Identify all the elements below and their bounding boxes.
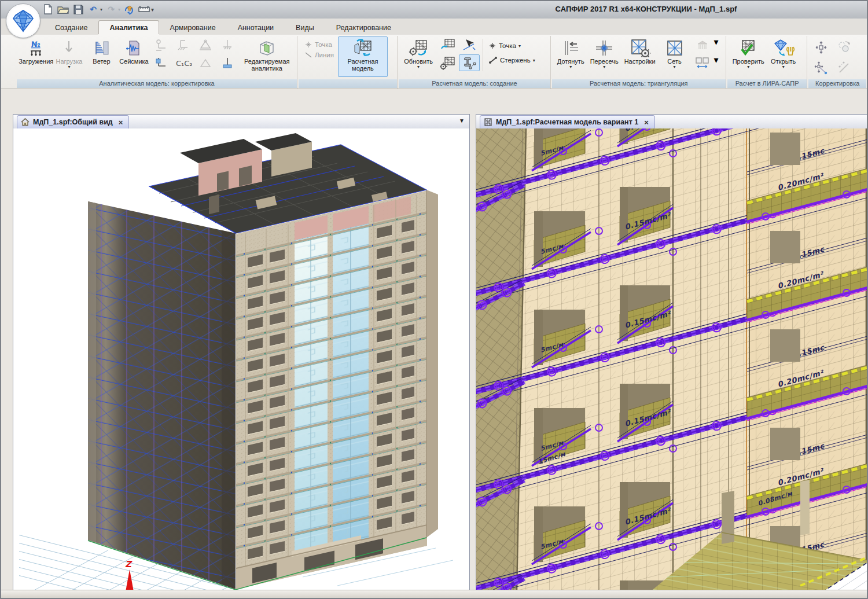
fe-bar-button[interactable]: Стержень▾ xyxy=(486,55,538,65)
close-tab-icon[interactable]: × xyxy=(119,118,123,127)
loadings-icon: № xyxy=(27,38,45,58)
point-icon xyxy=(304,41,312,48)
redo-button[interactable]: ↷ xyxy=(105,3,117,16)
window-general-view: МдП_1.spf:Общий вид × ▼ xyxy=(13,114,470,593)
punch-load-icon[interactable] xyxy=(692,36,713,53)
wind-button[interactable]: Ветер xyxy=(86,36,117,67)
window-calc-model: МдП_1.spf:Расчетная модель вариант 1 × xyxy=(476,114,868,593)
calc-model-icon xyxy=(352,38,373,58)
intersect-icon xyxy=(594,38,614,58)
left-window-tabbar: МдП_1.spf:Общий вид × ▼ xyxy=(13,115,469,129)
right-window-tabbar: МдП_1.spf:Расчетная модель вариант 1 × xyxy=(476,115,867,129)
update-model-button[interactable] xyxy=(123,3,135,16)
app-menu-button[interactable] xyxy=(6,3,41,38)
support-pin-icon[interactable] xyxy=(151,36,172,53)
line-icon xyxy=(304,52,312,58)
tab-sozdanie[interactable]: Создание xyxy=(44,20,98,34)
group-analytic-model: № Загружения Нагрузка ▾ Ветер xyxy=(17,36,297,89)
tab-annotacii[interactable]: Аннотации xyxy=(227,20,285,34)
fe-bar-icon xyxy=(488,56,498,64)
triangulate-settings-icon[interactable] xyxy=(437,54,458,71)
load-button[interactable]: Нагрузка ▾ xyxy=(53,36,84,71)
tab-list-dropdown-icon[interactable]: ▼ xyxy=(459,117,465,124)
tab-calc-model[interactable]: МдП_1.spf:Расчетная модель вариант 1 × xyxy=(480,115,655,128)
stiffness-c1c2-icon[interactable]: C₁C₂ xyxy=(173,54,194,71)
beam-profile-icon[interactable] xyxy=(459,54,480,71)
sapphire-logo-icon xyxy=(11,9,35,32)
quick-access-toolbar: ↶ ▾ ↷ ▾ ▾ xyxy=(42,3,154,16)
tab-label: МдП_1.spf:Расчетная модель вариант 1 xyxy=(496,118,638,126)
refresh-button[interactable]: Обновить ▾ xyxy=(402,36,435,71)
group-calc-model-create: Обновить ▾ Точка▾ xyxy=(399,36,551,89)
fe-point-button[interactable]: Точка▾ xyxy=(486,41,538,50)
svg-text:№: № xyxy=(31,40,41,49)
group-label: Расчетная модель: создание xyxy=(399,79,550,88)
check-model-icon xyxy=(738,38,759,58)
redo-dropdown-icon[interactable]: ▾ xyxy=(118,7,120,12)
triangulation-settings-button[interactable]: Настройки xyxy=(622,36,658,67)
extend-button[interactable]: Дотянуть ▾ xyxy=(555,36,587,71)
support-vert-icon[interactable] xyxy=(217,36,238,53)
editable-analytics-icon xyxy=(257,38,277,58)
svg-text:C₁C₂: C₁C₂ xyxy=(176,59,192,68)
general-view-canvas[interactable]: Z xyxy=(13,128,469,592)
copy-rotate-icon[interactable] xyxy=(835,39,854,56)
building-3d-view: Z xyxy=(13,128,469,592)
undo-dropdown-icon[interactable]: ▾ xyxy=(100,7,102,12)
loadings-button[interactable]: № Загружения xyxy=(20,36,52,67)
update-selected-icon[interactable] xyxy=(437,36,458,53)
toolbar-options-icon[interactable]: ▾ xyxy=(151,6,154,13)
editable-analytics-button[interactable]: Редактируемая аналитика xyxy=(240,36,294,74)
punch-dropdown-icon[interactable]: ▾ xyxy=(714,36,719,53)
support-wall-icon[interactable] xyxy=(151,54,172,71)
measure-button[interactable] xyxy=(138,3,150,16)
calc-model-canvas[interactable]: 5mc/м 0.15mc/m² xyxy=(476,128,867,592)
move-node-icon[interactable] xyxy=(812,59,830,76)
new-file-button[interactable] xyxy=(42,3,54,16)
support-elastic-icon[interactable] xyxy=(217,54,238,71)
select-object-icon[interactable] xyxy=(459,36,480,53)
group-correction: Корректировка xyxy=(808,36,866,89)
intersect-button[interactable]: Пересечь ▾ xyxy=(588,36,621,71)
seismic-button[interactable]: Сейсмика xyxy=(118,36,149,67)
tab-vidy[interactable]: Виды xyxy=(285,20,325,34)
edit-line-icon[interactable] xyxy=(835,59,854,76)
align-dropdown-icon[interactable]: ▾ xyxy=(714,54,719,71)
mdi-workspace: МдП_1.spf:Общий вид × ▼ xyxy=(1,89,867,590)
open-in-lira-button[interactable]: Открыть ▾ xyxy=(768,36,799,71)
open-file-button[interactable] xyxy=(57,3,69,16)
save-button[interactable] xyxy=(72,3,84,16)
undo-button[interactable]: ↶ xyxy=(87,3,100,16)
group-label: Расчет в ЛИРА-САПР xyxy=(727,79,807,88)
check-model-button[interactable]: Проверить ▾ xyxy=(730,36,767,71)
group-label xyxy=(299,79,397,88)
tab-redaktirovanie[interactable]: Редактирование xyxy=(325,20,402,34)
application-window: ↶ ▾ ↷ ▾ ▾ САПФИР 2017 R1 x64-КОНСТРУКЦИИ… xyxy=(0,0,868,599)
align-plates-icon[interactable] xyxy=(692,54,713,71)
group-lira-export: Проверить ▾ Открыть ▾ Расчет в ЛИРА-САПР xyxy=(727,36,808,89)
support-fixed-icon[interactable] xyxy=(173,36,194,53)
line-button[interactable]: Линия xyxy=(302,50,336,60)
load-icon xyxy=(63,38,75,58)
calc-model-button[interactable]: Расчетная модель xyxy=(338,36,388,77)
tab-label: МдП_1.spf:Общий вид xyxy=(33,118,113,126)
tab-general-view[interactable]: МдП_1.spf:Общий вид × xyxy=(17,115,129,128)
group-triangulation: Дотянуть ▾ Пересечь ▾ Настройки xyxy=(552,36,726,89)
point-button[interactable]: Точка xyxy=(302,40,336,49)
support-truss-icon[interactable] xyxy=(195,36,216,53)
group-calc-model-toggle: Точка Линия Расчетная модель xyxy=(299,36,398,89)
fe-point-icon xyxy=(488,42,496,49)
tab-analitika[interactable]: Аналитика xyxy=(98,20,159,34)
extend-icon xyxy=(561,38,580,58)
move-icon[interactable] xyxy=(812,39,830,56)
truss-outline-icon[interactable] xyxy=(195,54,216,71)
group-label: Аналитическая модель: корректировка xyxy=(17,79,297,88)
mesh-button[interactable]: Сеть ▾ xyxy=(659,36,690,71)
mesh-model-icon xyxy=(484,118,492,126)
close-tab-icon[interactable]: × xyxy=(644,118,649,127)
open-in-lira-icon xyxy=(773,38,795,58)
tab-armirovanie[interactable]: Армирование xyxy=(159,20,227,34)
group-label: Корректировка xyxy=(808,79,866,88)
refresh-icon xyxy=(408,38,429,58)
house-icon xyxy=(21,118,30,126)
